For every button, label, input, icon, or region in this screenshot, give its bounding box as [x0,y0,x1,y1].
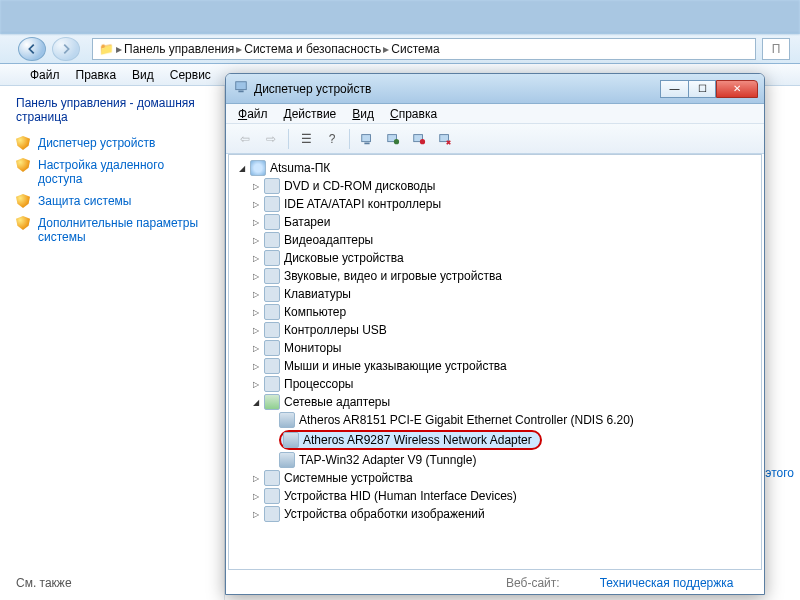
breadcrumb-item[interactable]: Панель управления [124,42,234,56]
tree-category-label: Звуковые, видео и игровые устройства [284,269,502,283]
cp-heading[interactable]: Панель управления - домашняя страница [16,96,208,124]
devmgr-menu-view[interactable]: ВидВид [352,107,374,121]
toolbar-update-button[interactable] [382,128,404,150]
tree-twisty[interactable] [251,510,260,519]
tree-root[interactable]: Atsuma-ПК [237,159,757,177]
toolbar-uninstall-button[interactable] [434,128,456,150]
toolbar-properties-button[interactable]: ☰ [295,128,317,150]
window-icon [234,80,248,97]
close-button[interactable]: ✕ [716,80,758,98]
tree-category[interactable]: IDE ATA/ATAPI контроллеры [251,195,757,213]
tree-category[interactable]: Мониторы [251,339,757,357]
tree-category[interactable]: Звуковые, видео и игровые устройства [251,267,757,285]
sidebar-item-label: Диспетчер устройств [38,136,155,150]
search-input[interactable]: П [762,38,790,60]
tree-category-network[interactable]: Сетевые адаптеры [251,393,757,411]
tree-twisty[interactable] [251,326,260,335]
network-icon [264,394,280,410]
minimize-button[interactable]: — [660,80,688,98]
tree-category[interactable]: Процессоры [251,375,757,393]
tree-twisty[interactable] [237,164,246,173]
device-category-icon [264,304,280,320]
nic-icon [283,432,299,448]
tree-twisty[interactable] [251,254,260,263]
sidebar-item-label: Защита системы [38,194,131,208]
sidebar-item-device-manager[interactable]: Диспетчер устройств [16,136,208,150]
devmgr-title-bar[interactable]: Диспетчер устройств — ☐ ✕ [226,74,764,104]
device-category-icon [264,488,280,504]
tree-category-label: Контроллеры USB [284,323,387,337]
devmgr-menu-file[interactable]: ФФайлайл [238,107,268,121]
svg-rect-3 [364,142,369,144]
tree-category-label: Системные устройства [284,471,413,485]
tree-twisty[interactable] [251,308,260,317]
menu-edit[interactable]: Правка [76,68,117,82]
tree-category-label: Дисковые устройства [284,251,404,265]
tree-category[interactable]: Компьютер [251,303,757,321]
sidebar-item-protection[interactable]: Защита системы [16,194,208,208]
sidebar-item-remote[interactable]: Настройка удаленного доступа [16,158,208,186]
tree-category[interactable]: Клавиатуры [251,285,757,303]
toolbar-back-button[interactable]: ⇦ [234,128,256,150]
tree-category[interactable]: Устройства HID (Human Interface Devices) [251,487,757,505]
toolbar-scan-button[interactable] [356,128,378,150]
breadcrumb[interactable]: 📁 ▸ Панель управления ▸ Система и безопа… [92,38,756,60]
tree-twisty[interactable] [251,272,260,281]
devmgr-menu-action[interactable]: ДействиеДействие [284,107,337,121]
breadcrumb-item[interactable]: Система и безопасность [244,42,381,56]
tree-device[interactable]: TAP-Win32 Adapter V9 (Tunngle) [279,451,757,469]
device-category-icon [264,340,280,356]
nav-back-button[interactable] [18,37,46,61]
sidebar-item-advanced[interactable]: Дополнительные параметры системы [16,216,208,244]
menu-view[interactable]: Вид [132,68,154,82]
shell-titlebar [0,0,800,34]
tree-twisty[interactable] [251,380,260,389]
device-category-icon [264,232,280,248]
tree-twisty[interactable] [251,200,260,209]
tree-twisty[interactable] [251,362,260,371]
tree-category[interactable]: Системные устройства [251,469,757,487]
tree-twisty[interactable] [251,218,260,227]
status-link[interactable]: Техническая поддержка [600,576,734,590]
tree-category[interactable]: Дисковые устройства [251,249,757,267]
devmgr-menu-help[interactable]: СправкаСправка [390,107,437,121]
device-category-icon [264,196,280,212]
arrow-left-icon [25,42,39,56]
tree-category-label: Процессоры [284,377,354,391]
tree-twisty[interactable] [251,398,260,407]
nav-forward-button[interactable] [52,37,80,61]
tree-category[interactable]: Устройства обработки изображений [251,505,757,523]
tree-category[interactable]: Контроллеры USB [251,321,757,339]
toolbar-disable-button[interactable] [408,128,430,150]
tree-device[interactable]: Atheros AR8151 PCI-E Gigabit Ethernet Co… [279,411,757,429]
menu-file[interactable]: Файл [30,68,60,82]
tree-category[interactable]: DVD и CD-ROM дисководы [251,177,757,195]
device-category-icon [264,268,280,284]
tree-category[interactable]: Мыши и иные указывающие устройства [251,357,757,375]
tree-category-label: IDE ATA/ATAPI контроллеры [284,197,441,211]
tree-twisty[interactable] [251,492,260,501]
device-tree[interactable]: Atsuma-ПК DVD и CD-ROM дисководыIDE ATA/… [228,154,762,570]
tree-twisty[interactable] [251,236,260,245]
tree-twisty[interactable] [251,474,260,483]
menu-service[interactable]: Сервис [170,68,211,82]
devmgr-toolbar: ⇦ ⇨ ☰ ? [226,124,764,154]
maximize-button[interactable]: ☐ [688,80,716,98]
device-disable-icon [412,132,426,146]
tree-twisty[interactable] [251,344,260,353]
tree-category-label: Устройства обработки изображений [284,507,485,521]
toolbar-separator [349,129,350,149]
address-bar: 📁 ▸ Панель управления ▸ Система и безопа… [0,34,800,64]
tree-category[interactable]: Видеоадаптеры [251,231,757,249]
tree-twisty[interactable] [251,290,260,299]
shield-icon [16,136,30,150]
toolbar-help-button[interactable]: ? [321,128,343,150]
control-panel-sidebar: Панель управления - домашняя страница Ди… [0,86,225,600]
tree-twisty[interactable] [251,182,260,191]
toolbar-forward-button[interactable]: ⇨ [260,128,282,150]
breadcrumb-item[interactable]: Система [391,42,439,56]
tree-device-selected[interactable]: Atheros AR9287 Wireless Network Adapter [279,429,757,451]
tree-category[interactable]: Батареи [251,213,757,231]
svg-point-7 [420,139,425,144]
device-update-icon [386,132,400,146]
